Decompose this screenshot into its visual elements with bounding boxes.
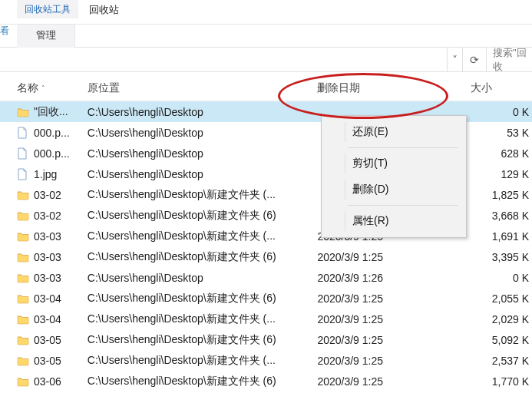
column-headers: 名称 ˄ 原位置 删除日期 大小 <box>0 75 532 101</box>
table-row[interactable]: 03-05C:\Users\hengli\Desktop\新建文件夹 (...2… <box>0 350 532 371</box>
folder-icon <box>17 376 34 387</box>
folder-icon <box>17 272 34 283</box>
file-location: C:\Users\hengli\Desktop\新建文件夹 (6) <box>88 333 318 347</box>
file-name: 03-04 <box>34 292 88 305</box>
folder-icon <box>17 252 34 263</box>
ribbon-tabs-row: 看 管理 <box>0 25 532 48</box>
file-location: C:\Users\hengli\Desktop\新建文件夹 (... <box>88 188 318 202</box>
file-deleted-date: 2020/3/9 1:25 <box>317 251 471 263</box>
file-size: 3,668 K <box>471 210 532 222</box>
file-size: 1,770 K <box>471 375 532 388</box>
file-size: 3,395 K <box>471 251 532 263</box>
table-row[interactable]: 03-04C:\Users\hengli\Desktop\新建文件夹 (...2… <box>0 309 532 329</box>
folder-icon <box>17 335 34 345</box>
refresh-icon: ⟳ <box>470 54 479 66</box>
file-location: C:\Users\hengli\Desktop <box>88 147 318 160</box>
file-size: 0 K <box>471 272 532 284</box>
table-row[interactable]: 03-04C:\Users\hengli\Desktop\新建文件夹 (6)20… <box>0 288 532 309</box>
file-location: C:\Users\hengli\Desktop\新建文件夹 (... <box>88 312 318 326</box>
address-bar-row: ˅ ⟳ 搜索"回收 <box>0 48 532 72</box>
file-location: C:\Users\hengli\Desktop\新建文件夹 (6) <box>88 292 318 305</box>
file-location: C:\Users\hengli\Desktop\新建文件夹 (... <box>88 354 318 368</box>
file-size: 2,055 K <box>471 292 532 305</box>
file-name: 1.jpg <box>34 168 88 180</box>
file-name: 03-03 <box>34 272 88 284</box>
ribbon-context-tab[interactable]: 回收站工具 <box>17 0 78 18</box>
ctx-separator <box>348 147 458 148</box>
file-location: C:\Users\hengli\Desktop\新建文件夹 (6) <box>88 375 318 388</box>
file-deleted-date: 2020/3/9 1:26 <box>317 272 471 284</box>
refresh-button[interactable]: ⟳ <box>463 48 486 72</box>
header-size[interactable]: 大小 <box>471 81 532 95</box>
header-location[interactable]: 原位置 <box>88 81 318 95</box>
search-placeholder: 搜索"回收 <box>493 46 532 74</box>
table-row[interactable]: 03-03C:\Users\hengli\Desktop2020/3/9 1:2… <box>0 267 532 288</box>
folder-icon <box>17 107 34 117</box>
file-location: C:\Users\hengli\Desktop\新建文件夹 (... <box>88 230 318 243</box>
sort-asc-icon: ˄ <box>41 84 45 92</box>
address-bar[interactable] <box>0 48 448 71</box>
folder-icon <box>17 190 34 200</box>
context-menu: 还原(E) 剪切(T) 删除(D) 属性(R) <box>321 115 467 238</box>
ribbon-title: 回收站 <box>78 0 130 19</box>
file-deleted-date: 2020/3/9 1:25 <box>317 292 471 305</box>
file-size: 628 K <box>471 147 532 160</box>
file-size: 2,029 K <box>471 313 532 325</box>
file-name: 000.p... <box>34 147 88 160</box>
file-name: "回收... <box>34 105 88 119</box>
ctx-cut[interactable]: 剪切(T) <box>323 150 464 177</box>
file-icon <box>17 168 34 180</box>
file-location: C:\Users\hengli\Desktop <box>88 106 318 118</box>
ctx-properties[interactable]: 属性(R) <box>323 208 464 234</box>
address-dropdown[interactable]: ˅ <box>448 48 463 72</box>
folder-icon <box>17 314 34 325</box>
file-name: 03-06 <box>34 375 88 388</box>
file-name: 03-03 <box>34 251 88 263</box>
folder-icon <box>17 210 34 221</box>
file-name: 03-02 <box>34 210 88 222</box>
table-row[interactable]: 03-03C:\Users\hengli\Desktop\新建文件夹 (6)20… <box>0 246 532 267</box>
folder-icon <box>17 293 34 304</box>
file-location: C:\Users\hengli\Desktop\新建文件夹 (6) <box>88 209 318 223</box>
ctx-separator <box>348 205 458 206</box>
left-tab-fragment: 看 <box>0 25 17 47</box>
header-name-label: 名称 <box>17 81 38 95</box>
file-icon <box>17 127 34 139</box>
chevron-down-icon: ˅ <box>452 54 458 66</box>
file-size: 1,825 K <box>471 189 532 201</box>
file-location: C:\Users\hengli\Desktop\新建文件夹 (6) <box>88 250 318 264</box>
file-location: C:\Users\hengli\Desktop <box>88 168 318 180</box>
search-input[interactable]: 搜索"回收 <box>486 48 532 72</box>
file-name: 03-02 <box>34 189 88 201</box>
ctx-delete[interactable]: 删除(D) <box>323 177 464 203</box>
file-location: C:\Users\hengli\Desktop <box>88 272 318 284</box>
header-name[interactable]: 名称 ˄ <box>17 81 88 95</box>
file-size: 5,092 K <box>471 334 532 346</box>
file-icon <box>17 147 34 160</box>
folder-icon <box>17 355 34 366</box>
file-name: 03-04 <box>34 313 88 325</box>
file-size: 129 K <box>471 168 532 180</box>
folder-icon <box>17 231 34 242</box>
file-location: C:\Users\hengli\Desktop <box>88 127 318 139</box>
header-deleted-date[interactable]: 删除日期 <box>317 81 471 95</box>
ctx-restore[interactable]: 还原(E) <box>323 119 464 145</box>
ribbon-top: 回收站工具 回收站 <box>0 0 532 25</box>
table-row[interactable]: 03-06C:\Users\hengli\Desktop\新建文件夹 (6)20… <box>0 371 532 391</box>
file-name: 03-05 <box>34 334 88 346</box>
table-row[interactable]: 03-05C:\Users\hengli\Desktop\新建文件夹 (6)20… <box>0 329 532 350</box>
file-name: 000.p... <box>34 127 88 139</box>
file-name: 03-03 <box>34 230 88 243</box>
file-name: 03-05 <box>34 355 88 367</box>
file-deleted-date: 2020/3/9 1:25 <box>317 355 471 367</box>
file-deleted-date: 2020/3/9 1:25 <box>317 313 471 325</box>
manage-tab[interactable]: 管理 <box>17 25 75 48</box>
file-size: 2,537 K <box>471 355 532 367</box>
file-size: 53 K <box>471 127 532 139</box>
file-size: 0 K <box>471 106 532 118</box>
file-size: 1,691 K <box>471 230 532 243</box>
file-deleted-date: 2020/3/9 1:25 <box>317 334 471 346</box>
file-deleted-date: 2020/3/9 1:25 <box>317 375 471 388</box>
